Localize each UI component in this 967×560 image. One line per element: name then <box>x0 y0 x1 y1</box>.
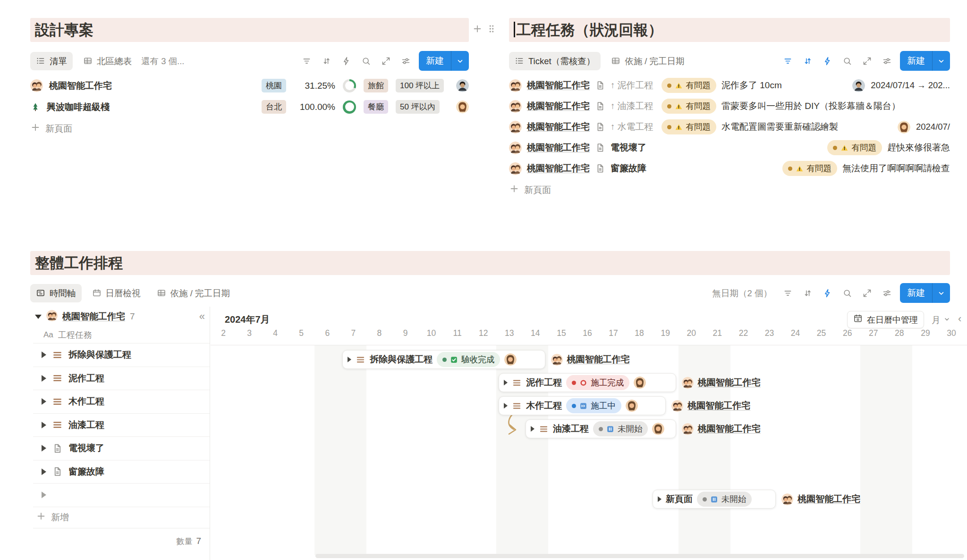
ticket-row[interactable]: 桃園智能工作宅↑油漆工程有問題雷蒙要多叫一些用於 DIY（投影幕牆＆陽台） <box>509 96 950 117</box>
expand-triangle-icon[interactable] <box>42 422 46 428</box>
status-badge-acceptance[interactable]: 驗收完成 <box>437 352 500 367</box>
size-tag[interactable]: 50 坪以內 <box>396 100 440 114</box>
status-badge-problem[interactable]: 有問題 <box>662 99 717 114</box>
expand-icon[interactable] <box>862 56 872 66</box>
bar-project-name[interactable]: 桃園智能工作宅 <box>797 493 860 505</box>
city-tag[interactable]: 桃園 <box>262 79 286 92</box>
scroll-left-icon[interactable]: ‹ <box>958 313 961 325</box>
sliders-icon[interactable] <box>401 56 411 66</box>
sidebar-task-row[interactable]: 泥作工程 <box>33 367 210 391</box>
insert-block-plus-icon[interactable] <box>472 24 483 36</box>
new-button[interactable]: 新建 <box>900 51 950 71</box>
bolt-icon[interactable] <box>341 56 351 66</box>
collapse-sidebar-icon[interactable]: « <box>199 310 205 323</box>
bar-task-label[interactable]: 拆除與保護工程 <box>370 353 433 366</box>
tab-0[interactable]: Ticket（需核查） <box>509 52 601 70</box>
size-tag[interactable]: 100 坪以上 <box>396 79 444 92</box>
status-badge-notstarted[interactable]: 未開始 <box>697 492 752 507</box>
expand-triangle-icon[interactable] <box>42 375 46 382</box>
relation-link[interactable]: ↑油漆工程 <box>611 100 653 112</box>
project-name[interactable]: 桃園智能工作宅 <box>49 80 112 92</box>
relation-link[interactable]: ↑水電工程 <box>611 121 653 133</box>
search-icon[interactable] <box>361 56 371 66</box>
date-range[interactable]: 2024/07/ <box>916 122 950 132</box>
manage-in-calendar-button[interactable]: 在日曆中管理 <box>847 311 924 328</box>
search-icon[interactable] <box>842 56 852 66</box>
ticket-project-link[interactable]: 桃園智能工作宅 <box>527 162 590 175</box>
ticket-project-link[interactable]: 桃園智能工作宅 <box>527 121 590 133</box>
expand-triangle-icon[interactable] <box>504 380 508 385</box>
drag-handle-icon[interactable] <box>486 24 497 36</box>
horizontal-scrollbar[interactable] <box>315 554 964 558</box>
expand-triangle-icon[interactable] <box>42 468 46 475</box>
bar-project-name[interactable]: 桃園智能工作宅 <box>567 353 630 366</box>
status-badge-done[interactable]: 施工完成 <box>566 375 629 390</box>
timeline-bar[interactable]: 泥作工程施工完成 <box>499 373 676 392</box>
ticket-project-link[interactable]: 桃園智能工作宅 <box>527 79 590 92</box>
task-label[interactable]: 窗簾故障 <box>68 466 104 478</box>
search-icon[interactable] <box>842 288 852 298</box>
status-badge-problem[interactable]: 有問題 <box>662 119 717 134</box>
sidebar-task-row[interactable] <box>33 484 210 507</box>
expand-triangle-icon[interactable] <box>42 398 46 405</box>
sort-icon[interactable] <box>322 56 331 66</box>
timeline-bar[interactable]: 拆除與保護工程驗收完成 <box>342 350 545 369</box>
new-page-button[interactable]: 新頁面 <box>30 122 469 135</box>
expand-triangle-icon[interactable] <box>658 496 662 502</box>
timeline-chart[interactable]: 2024年7月 23456789101112131415161718192021… <box>211 307 967 560</box>
expand-triangle-icon[interactable] <box>531 426 534 432</box>
sidebar-task-row[interactable]: 拆除與保護工程 <box>33 343 210 367</box>
sidebar-task-row[interactable]: 油漆工程 <box>33 414 210 437</box>
new-button[interactable]: 新建 <box>900 283 950 303</box>
tab-0[interactable]: 清單 <box>30 52 73 70</box>
tab-2[interactable]: 依施 / 完工日期 <box>151 284 236 302</box>
timeline-bar[interactable]: 油漆工程未開始 <box>526 419 676 438</box>
type-tag[interactable]: 餐廳 <box>364 100 388 114</box>
type-tag[interactable]: 旅館 <box>364 79 388 92</box>
zoom-level-select[interactable]: 月 <box>932 314 951 326</box>
bar-task-label[interactable]: 泥作工程 <box>526 376 562 389</box>
project-row[interactable]: 桃園智能工作宅桃園31.25%旅館100 坪以上 <box>30 75 469 96</box>
ticket-project-link[interactable]: 桃園智能工作宅 <box>527 142 590 154</box>
no-date-counter[interactable]: 無日期（2 個） <box>713 287 772 299</box>
bar-project-name[interactable]: 桃園智能工作宅 <box>698 423 761 435</box>
expand-triangle-icon[interactable] <box>42 351 46 358</box>
bar-project-link[interactable]: 桃園智能工作宅 <box>551 353 630 366</box>
tab-1[interactable]: 日曆檢視 <box>86 284 146 302</box>
project-link[interactable]: 桃園智能工作宅 <box>62 310 125 323</box>
zoom-level-label[interactable]: 月 <box>932 314 941 326</box>
expand-triangle-icon[interactable] <box>42 492 46 498</box>
expand-triangle-icon[interactable] <box>504 403 508 409</box>
ticket-title[interactable]: 電視壞了 <box>611 142 646 154</box>
new-button-chevron[interactable] <box>451 51 469 71</box>
ticket-title[interactable]: 窗簾故障 <box>611 162 646 175</box>
sort-icon[interactable] <box>803 288 813 298</box>
sidebar-group-header[interactable]: 桃園智能工作宅 7 « <box>33 307 210 326</box>
filter-icon[interactable] <box>783 288 793 298</box>
ticket-project-link[interactable]: 桃園智能工作宅 <box>527 100 590 112</box>
task-label[interactable]: 泥作工程 <box>68 372 104 384</box>
collapse-triangle-icon[interactable] <box>35 315 42 319</box>
bolt-icon[interactable] <box>823 288 832 298</box>
status-badge-notstarted[interactable]: 未開始 <box>593 421 648 436</box>
tab-more-views[interactable]: 還有 3 個... <box>141 55 185 67</box>
bar-project-name[interactable]: 桃園智能工作宅 <box>698 376 761 389</box>
ticket-row[interactable]: 桃園智能工作宅窗簾故障有問題無法使用了啊啊啊啊請檢查 <box>509 158 950 179</box>
relation-link[interactable]: ↑泥作工程 <box>611 79 653 92</box>
new-button-label[interactable]: 新建 <box>419 51 451 71</box>
task-label[interactable]: 拆除與保護工程 <box>68 349 131 361</box>
task-label[interactable]: 油漆工程 <box>68 419 104 431</box>
new-button-label[interactable]: 新建 <box>900 283 932 303</box>
bolt-icon[interactable] <box>823 56 832 66</box>
city-tag[interactable]: 台北 <box>262 100 286 114</box>
add-row-button[interactable]: 新增 <box>33 507 210 528</box>
timeline-bar[interactable]: 木作工程施工中 <box>499 396 666 415</box>
sidebar-task-row[interactable]: 木作工程 <box>33 390 210 414</box>
new-button-chevron[interactable] <box>932 283 950 303</box>
expand-icon[interactable] <box>381 56 391 66</box>
tab-1[interactable]: 依施 / 完工日期 <box>605 52 690 70</box>
filter-icon[interactable] <box>783 56 793 66</box>
new-page-label[interactable]: 新頁面 <box>524 184 551 196</box>
bar-project-link[interactable]: 桃園智能工作宅 <box>682 423 761 435</box>
status-badge-inprogress[interactable]: 施工中 <box>566 398 621 413</box>
